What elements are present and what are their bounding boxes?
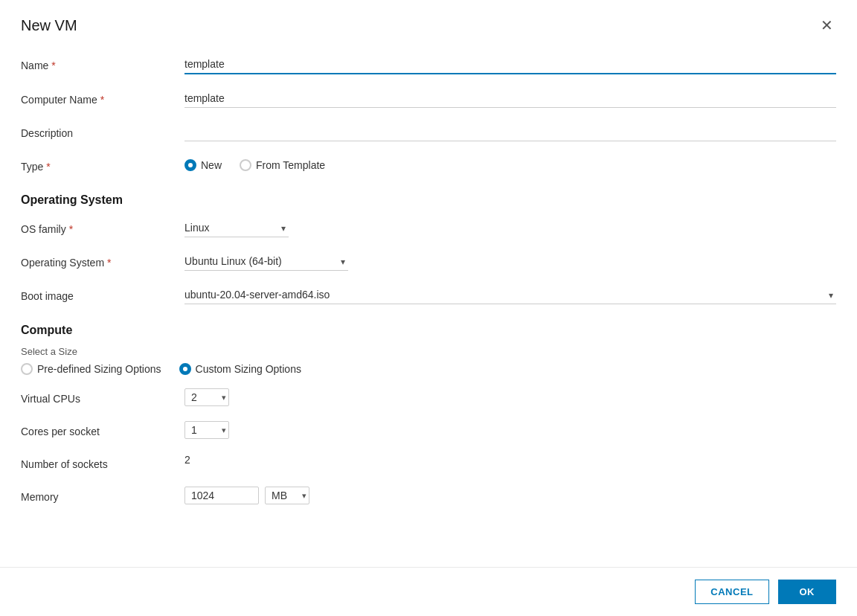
type-required-star: * <box>46 161 50 173</box>
cores-per-socket-field: 1 2 4 ▾ <box>184 421 836 439</box>
dialog-body: Name * Computer Name * Description <box>0 48 857 567</box>
memory-row: Memory MB GB ▾ <box>21 479 836 512</box>
number-of-sockets-label: Number of sockets <box>21 454 184 470</box>
computer-name-label: Computer Name * <box>21 89 184 106</box>
type-template-radio[interactable] <box>240 159 251 171</box>
memory-field: MB GB ▾ <box>184 487 836 504</box>
computer-name-field <box>184 89 836 108</box>
computer-name-input[interactable] <box>184 89 836 108</box>
boot-image-row: Boot image ubuntu-20.04-server-amd64.iso… <box>21 278 836 312</box>
boot-image-field: ubuntu-20.04-server-amd64.iso ▾ <box>184 286 836 304</box>
os-field: Ubuntu Linux (64-bit) CentOS Debian ▾ <box>184 252 836 271</box>
memory-unit-select[interactable]: MB GB <box>265 487 309 504</box>
type-label: Type * <box>21 156 184 173</box>
cores-per-socket-select[interactable]: 1 2 4 <box>184 421 229 439</box>
memory-input[interactable] <box>184 487 259 504</box>
description-field <box>184 123 836 141</box>
select-size-container: Select a Size Pre-defined Sizing Options… <box>21 341 836 381</box>
os-family-required-star: * <box>69 223 73 235</box>
os-section-heading: Operating System <box>21 193 836 207</box>
type-row: Type * New From Template <box>21 149 836 182</box>
os-label: Operating System * <box>21 252 184 269</box>
virtual-cpus-label: Virtual CPUs <box>21 388 184 405</box>
type-template-label: From Template <box>256 159 325 171</box>
cores-per-socket-label: Cores per socket <box>21 421 184 437</box>
virtual-cpus-select-wrapper: 1 2 4 8 ▾ <box>184 388 229 406</box>
os-family-row: OS family * Linux Windows Other ▾ <box>21 211 836 245</box>
os-select-wrapper: Ubuntu Linux (64-bit) CentOS Debian ▾ <box>184 252 348 271</box>
number-of-sockets-value: 2 <box>184 451 190 466</box>
name-row: Name * <box>21 48 836 82</box>
close-button[interactable]: ✕ <box>818 15 836 36</box>
memory-label: Memory <box>21 487 184 503</box>
computer-name-required-star: * <box>100 94 104 106</box>
type-new-radio[interactable] <box>184 159 196 171</box>
virtual-cpus-row: Virtual CPUs 1 2 4 8 ▾ <box>21 381 836 414</box>
boot-image-label: Boot image <box>21 286 184 302</box>
virtual-cpus-field: 1 2 4 8 ▾ <box>184 388 836 406</box>
boot-image-select-wrapper: ubuntu-20.04-server-amd64.iso ▾ <box>184 286 836 304</box>
os-family-field: Linux Windows Other ▾ <box>184 219 836 237</box>
os-select[interactable]: Ubuntu Linux (64-bit) CentOS Debian <box>184 252 348 271</box>
custom-sizing-radio[interactable] <box>179 363 191 375</box>
memory-row-content: MB GB ▾ <box>184 487 836 504</box>
select-size-label: Select a Size <box>21 346 836 357</box>
os-required-star: * <box>107 257 111 269</box>
dialog-footer: CANCEL OK <box>0 567 857 616</box>
type-new-label: New <box>201 159 222 171</box>
os-family-select[interactable]: Linux Windows Other <box>184 219 289 237</box>
boot-image-select[interactable]: ubuntu-20.04-server-amd64.iso <box>184 286 836 304</box>
type-field: New From Template <box>184 156 836 171</box>
close-icon: ✕ <box>821 18 833 33</box>
type-new-option[interactable]: New <box>184 159 222 171</box>
os-family-label: OS family * <box>21 219 184 235</box>
name-input[interactable] <box>184 55 836 74</box>
predefined-sizing-option[interactable]: Pre-defined Sizing Options <box>21 363 161 375</box>
name-field <box>184 55 836 74</box>
ok-button[interactable]: OK <box>778 580 837 604</box>
new-vm-dialog: New VM ✕ Name * Computer Name * <box>0 0 857 616</box>
cancel-button[interactable]: CANCEL <box>695 580 768 604</box>
computer-name-row: Computer Name * <box>21 82 836 115</box>
cores-per-socket-row: Cores per socket 1 2 4 ▾ <box>21 414 836 446</box>
cores-per-socket-select-wrapper: 1 2 4 ▾ <box>184 421 229 439</box>
description-label: Description <box>21 123 184 139</box>
predefined-sizing-label: Pre-defined Sizing Options <box>37 363 161 375</box>
memory-unit-select-wrapper: MB GB ▾ <box>265 487 309 504</box>
compute-section-heading: Compute <box>21 324 836 337</box>
description-input[interactable] <box>184 123 836 141</box>
dialog-title: New VM <box>21 17 77 34</box>
predefined-sizing-radio[interactable] <box>21 363 33 375</box>
name-label: Name * <box>21 55 184 71</box>
sizing-radio-group: Pre-defined Sizing Options Custom Sizing… <box>21 363 836 375</box>
custom-sizing-option[interactable]: Custom Sizing Options <box>179 363 301 375</box>
number-of-sockets-field: 2 <box>184 454 836 466</box>
os-family-select-wrapper: Linux Windows Other ▾ <box>184 219 289 237</box>
dialog-header: New VM ✕ <box>0 0 857 48</box>
number-of-sockets-row: Number of sockets 2 <box>21 446 836 479</box>
virtual-cpus-select[interactable]: 1 2 4 8 <box>184 388 229 406</box>
name-required-star: * <box>51 60 55 71</box>
os-row: Operating System * Ubuntu Linux (64-bit)… <box>21 245 836 278</box>
description-row: Description <box>21 115 836 149</box>
custom-sizing-label: Custom Sizing Options <box>196 363 301 375</box>
type-template-option[interactable]: From Template <box>240 159 325 171</box>
